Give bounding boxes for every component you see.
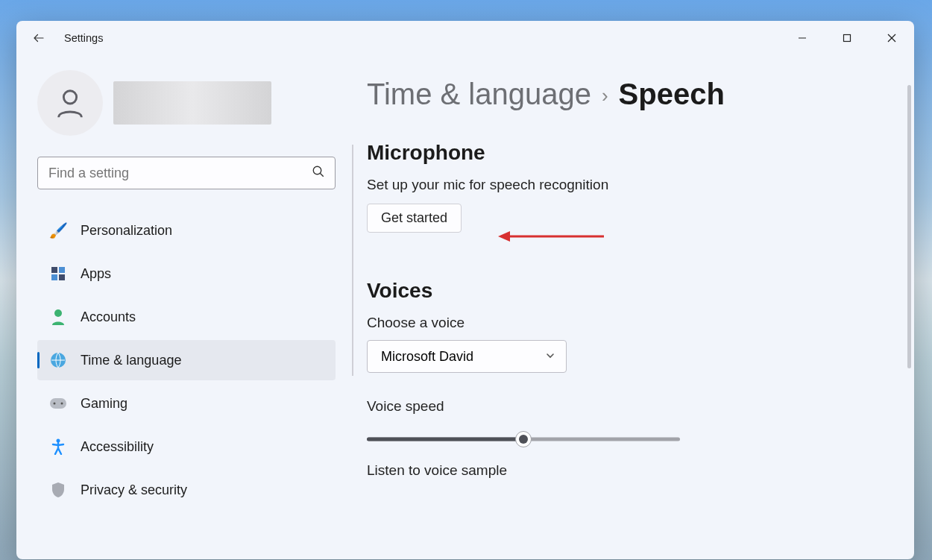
slider-fill	[367, 438, 523, 441]
minimize-button[interactable]	[780, 21, 825, 55]
accessibility-icon	[49, 438, 67, 456]
minimize-icon	[798, 34, 807, 43]
chevron-right-icon: ›	[602, 84, 608, 107]
svg-point-14	[54, 403, 56, 405]
person-icon	[53, 86, 87, 120]
close-icon	[887, 34, 896, 43]
profile-name-redacted	[113, 81, 271, 125]
sidebar-item-accounts[interactable]: Accounts	[37, 297, 336, 337]
sidebar-item-apps[interactable]: Apps	[37, 254, 336, 294]
svg-point-15	[61, 403, 63, 405]
voice-sample-label: Listen to voice sample	[367, 462, 914, 479]
content-divider	[352, 145, 353, 376]
sidebar-item-gaming[interactable]: Gaming	[37, 383, 336, 424]
voice-speed-slider[interactable]	[367, 431, 680, 447]
content-pane: Time & language › Speech Microphone Set …	[352, 55, 914, 559]
voice-select-value: Microsoft David	[381, 349, 473, 365]
close-button[interactable]	[869, 21, 914, 55]
sidebar-item-label: Personalization	[81, 223, 172, 239]
svg-rect-7	[51, 267, 57, 273]
apps-icon	[49, 265, 67, 283]
svg-rect-10	[59, 274, 65, 280]
sidebar-item-label: Apps	[81, 266, 111, 282]
titlebar: Settings	[16, 21, 914, 55]
window-body: 🖌️ Personalization Apps Accounts	[16, 55, 914, 559]
sidebar-item-label: Accessibility	[81, 439, 154, 455]
search-wrap	[37, 157, 336, 189]
maximize-button[interactable]	[825, 21, 869, 55]
get-started-button[interactable]: Get started	[367, 204, 462, 233]
microphone-heading: Microphone	[367, 141, 914, 165]
svg-rect-9	[51, 274, 57, 280]
breadcrumb-current: Speech	[619, 78, 725, 111]
sidebar-item-time-language[interactable]: Time & language	[37, 340, 336, 380]
sidebar-item-label: Accounts	[81, 309, 136, 325]
paintbrush-icon: 🖌️	[49, 221, 67, 239]
shield-icon	[49, 481, 67, 499]
svg-rect-1	[844, 35, 851, 42]
sidebar-item-accessibility[interactable]: Accessibility	[37, 427, 336, 467]
profile-block[interactable]	[37, 70, 344, 136]
gamepad-icon	[49, 394, 67, 412]
sidebar-item-privacy-security[interactable]: Privacy & security	[37, 470, 336, 510]
sidebar-nav: 🖌️ Personalization Apps Accounts	[37, 210, 336, 510]
svg-point-11	[54, 309, 62, 317]
sidebar-item-label: Gaming	[81, 396, 127, 412]
svg-rect-8	[59, 267, 65, 273]
choose-voice-label: Choose a voice	[367, 315, 914, 331]
voices-heading: Voices	[367, 279, 914, 303]
sidebar-item-label: Privacy & security	[81, 482, 187, 498]
back-button[interactable]	[30, 29, 48, 47]
settings-window: Settings	[16, 21, 914, 559]
svg-point-16	[57, 439, 60, 443]
arrow-left-icon	[32, 31, 45, 45]
globe-clock-icon	[49, 351, 67, 369]
slider-thumb[interactable]	[515, 431, 532, 447]
sidebar-item-label: Time & language	[81, 353, 181, 368]
avatar	[37, 70, 103, 136]
svg-line-6	[320, 173, 324, 177]
sidebar: 🖌️ Personalization Apps Accounts	[16, 55, 352, 559]
svg-point-4	[63, 91, 76, 104]
chevron-down-icon	[545, 349, 555, 365]
sidebar-item-personalization[interactable]: 🖌️ Personalization	[37, 210, 336, 251]
voice-speed-label: Voice speed	[367, 398, 914, 415]
svg-rect-13	[50, 398, 66, 409]
window-controls	[780, 21, 914, 55]
voice-select[interactable]: Microsoft David	[367, 340, 567, 373]
search-icon	[312, 165, 325, 181]
maximize-icon	[843, 34, 851, 43]
search-input[interactable]	[37, 157, 336, 189]
app-title: Settings	[64, 32, 103, 44]
breadcrumb-parent[interactable]: Time & language	[367, 78, 591, 111]
microphone-description: Set up your mic for speech recognition	[367, 177, 914, 193]
breadcrumb: Time & language › Speech	[367, 78, 914, 111]
svg-point-5	[313, 166, 321, 174]
person-icon	[49, 308, 67, 326]
scrollbar[interactable]	[907, 85, 911, 368]
